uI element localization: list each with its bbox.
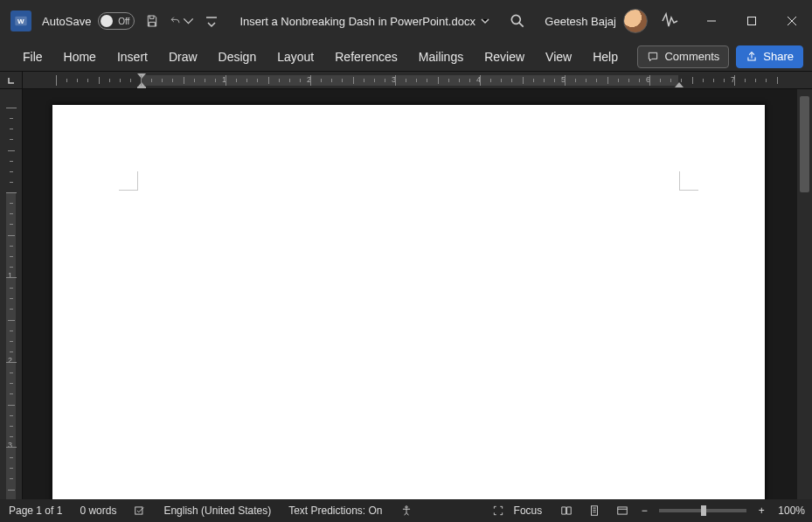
text-predictions-status[interactable]: Text Predictions: On	[280, 499, 391, 522]
ruler-tick	[724, 79, 725, 82]
ruler-tick	[10, 468, 13, 469]
tab-review[interactable]: Review	[474, 42, 535, 72]
qat-customize-button[interactable]	[199, 9, 224, 33]
ruler-tick	[8, 320, 15, 321]
ruler-tick	[77, 79, 78, 82]
spellcheck-status[interactable]	[125, 499, 155, 522]
search-button[interactable]	[509, 12, 526, 30]
ruler-tick	[374, 79, 375, 82]
ruler-tick	[10, 171, 13, 172]
share-label: Share	[763, 50, 794, 63]
ruler-tick	[120, 79, 121, 82]
ruler-tick	[10, 224, 13, 225]
scrollbar-thumb[interactable]	[800, 96, 809, 192]
tab-insert[interactable]: Insert	[107, 42, 158, 72]
ruler-tick	[755, 79, 756, 82]
ruler-tick	[10, 182, 13, 183]
tab-label: References	[335, 50, 398, 64]
ruler-tick	[6, 277, 17, 278]
page-number-status[interactable]: Page 1 of 1	[0, 499, 71, 522]
ruler-number: 1	[8, 271, 12, 280]
read-mode-button[interactable]	[554, 499, 579, 522]
tab-design[interactable]: Design	[208, 42, 267, 72]
tab-view[interactable]: View	[535, 42, 582, 72]
ruler-tick	[681, 79, 682, 82]
ruler-tick	[385, 79, 385, 82]
tab-references[interactable]: References	[324, 42, 408, 72]
minimize-button[interactable]	[691, 0, 732, 42]
ruler-tick	[596, 79, 597, 82]
svg-rect-7	[618, 507, 628, 514]
ruler-tick	[10, 383, 13, 384]
ruler-tick	[713, 79, 714, 82]
chevron-down-icon	[481, 17, 489, 25]
tab-selector[interactable]	[0, 72, 23, 89]
close-button[interactable]	[772, 0, 812, 42]
ruler-tick	[734, 75, 735, 86]
ruler-tick	[321, 79, 322, 82]
tab-draw[interactable]: Draw	[158, 42, 208, 72]
coming-soon-button[interactable]	[660, 10, 681, 31]
ruler-tick	[151, 79, 152, 82]
ruler-tick	[480, 75, 481, 86]
status-bar: Page 1 of 1 0 words English (United Stat…	[0, 499, 812, 522]
focus-mode-button[interactable]	[486, 499, 510, 522]
user-name: Geetesh Bajaj	[545, 15, 616, 28]
autosave-control[interactable]: AutoSave Off	[42, 12, 135, 30]
zoom-out-button[interactable]: −	[638, 505, 650, 517]
autosave-toggle[interactable]: Off	[98, 12, 135, 30]
tab-help[interactable]: Help	[582, 42, 628, 72]
ruler-tick	[10, 267, 13, 268]
ruler-tick	[427, 79, 427, 82]
ruler-tick	[109, 79, 110, 82]
undo-split-button[interactable]	[170, 9, 194, 33]
ruler-tick	[194, 79, 195, 82]
print-layout-button[interactable]	[582, 499, 607, 522]
document-area[interactable]	[23, 89, 812, 499]
ruler-tick	[533, 79, 534, 82]
horizontal-ruler[interactable]: 1 2 3 4 5 6 7	[23, 72, 812, 89]
language-status[interactable]: English (United States)	[155, 499, 280, 522]
vertical-ruler[interactable]: 1 2 3	[0, 89, 23, 499]
page[interactable]	[52, 105, 765, 499]
ruler-tick	[459, 79, 460, 82]
zoom-slider[interactable]	[659, 509, 746, 512]
ruler-tick	[777, 77, 778, 84]
ruler-tick	[10, 139, 13, 140]
ruler-tick	[10, 118, 13, 119]
ruler-tick	[310, 75, 311, 86]
tab-file[interactable]: File	[12, 42, 53, 72]
share-button[interactable]: Share	[736, 45, 803, 68]
tab-home[interactable]: Home	[53, 42, 107, 72]
svg-text:W: W	[17, 17, 24, 25]
ruler-tick	[342, 79, 343, 82]
vertical-scrollbar[interactable]	[797, 89, 812, 499]
ruler-tick	[8, 235, 15, 236]
maximize-button[interactable]	[732, 0, 772, 42]
zoom-in-button[interactable]: +	[755, 505, 767, 517]
word-count-status[interactable]: 0 words	[71, 499, 125, 522]
tab-layout[interactable]: Layout	[267, 42, 324, 72]
ruler-tick	[670, 79, 671, 82]
ribbon-tabs: File Home Insert Draw Design Layout Refe…	[0, 42, 812, 72]
ruler-number: 3	[8, 441, 12, 449]
web-layout-button[interactable]	[610, 499, 635, 522]
ruler-tick	[66, 79, 67, 82]
accessibility-status[interactable]	[392, 499, 421, 522]
ruler-tick	[10, 256, 13, 257]
tab-mailings[interactable]: Mailings	[408, 42, 474, 72]
document-title[interactable]: Insert a Nonbreaking Dash in PowerPoint.…	[239, 15, 489, 28]
ruler-tick	[364, 79, 364, 82]
zoom-level[interactable]: 100%	[778, 505, 805, 517]
autosave-state: Off	[118, 17, 129, 26]
focus-label[interactable]: Focus	[514, 505, 543, 517]
ruler-tick	[586, 79, 586, 82]
zoom-slider-thumb[interactable]	[701, 505, 706, 516]
account-button[interactable]: Geetesh Bajaj	[545, 9, 648, 33]
right-indent-marker[interactable]	[675, 82, 684, 87]
save-button[interactable]	[140, 9, 164, 33]
autosave-label: AutoSave	[42, 15, 91, 28]
ruler-tick	[8, 490, 15, 491]
first-line-indent-marker[interactable]	[137, 73, 146, 79]
comments-button[interactable]: Comments	[637, 45, 729, 68]
